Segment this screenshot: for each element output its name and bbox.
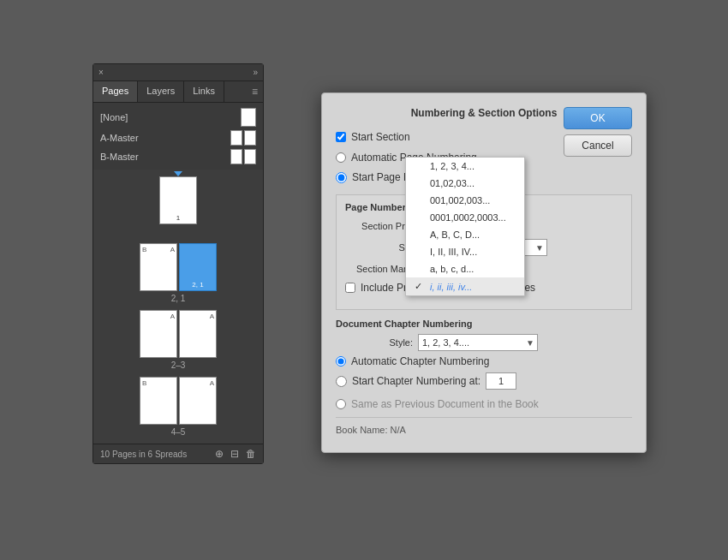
same-as-prev-radio[interactable] xyxy=(336,399,346,409)
same-as-prev-row: Same as Previous Document in the Book xyxy=(336,398,632,410)
master-a[interactable]: A-Master xyxy=(93,128,263,147)
auto-numbering-radio[interactable] xyxy=(336,152,346,163)
delete-page-icon[interactable]: 🗑 xyxy=(246,448,256,460)
include-prefix-checkbox[interactable] xyxy=(345,283,355,293)
divider xyxy=(336,417,632,418)
doc-chapter-section: Document Chapter Numbering Style: ▼ Auto… xyxy=(336,319,632,410)
chapter-style-row: Style: ▼ xyxy=(336,334,632,351)
chapter-style-container: ▼ xyxy=(418,334,538,351)
spread-4-5: B A 4–5 xyxy=(97,377,260,425)
spread-1: 1 xyxy=(97,176,260,224)
master-b[interactable]: B-Master xyxy=(93,147,263,166)
tab-layers[interactable]: Layers xyxy=(138,81,184,102)
page-1-thumb[interactable]: 1 xyxy=(159,176,197,224)
start-chapter-label: Start Chapter Numbering at: xyxy=(352,375,480,387)
start-numbering-radio[interactable] xyxy=(336,172,347,183)
new-page-icon[interactable]: ⊕ xyxy=(215,448,224,460)
page-2-1-label: 2, 1 xyxy=(192,281,203,289)
start-chapter-radio[interactable] xyxy=(336,376,347,387)
auto-chapter-label: Automatic Chapter Numbering xyxy=(351,355,489,367)
page-right-2-1[interactable]: 2, 1 xyxy=(179,243,217,291)
page-5[interactable]: A xyxy=(179,377,217,425)
panel-collapse-icon[interactable]: » xyxy=(253,68,258,77)
start-section-label: Start Section xyxy=(351,131,410,143)
page-1-label: 1 xyxy=(176,214,180,222)
tab-links[interactable]: Links xyxy=(184,81,224,102)
start-section-checkbox[interactable] xyxy=(336,132,346,142)
panel-menu-icon[interactable]: ≡ xyxy=(247,81,263,102)
same-as-prev-label: Same as Previous Document in the Book xyxy=(351,398,539,410)
dropdown-item-0102[interactable]: 01,02,03... xyxy=(406,175,524,192)
panel-close-icon[interactable]: × xyxy=(98,68,104,77)
spread-2-3: A A 2–3 xyxy=(97,310,260,358)
master-none[interactable]: [None] xyxy=(93,106,263,128)
footer-icons: ⊕ ⊟ 🗑 xyxy=(215,448,256,460)
numbering-dialog: Numbering & Section Options OK Cancel St… xyxy=(321,92,647,453)
ok-button[interactable]: OK xyxy=(564,107,632,129)
masters-list: [None] A-Master B-Master xyxy=(93,103,263,170)
spread-2-1: B A 2, 1 2, 1 xyxy=(97,243,260,291)
page-2[interactable]: A xyxy=(140,310,177,358)
master-a-thumb xyxy=(230,130,256,146)
dropdown-item-1234[interactable]: 1, 2, 3, 4... xyxy=(406,158,524,175)
doc-chapter-title: Document Chapter Numbering xyxy=(336,319,632,329)
page-4[interactable]: B xyxy=(140,377,177,425)
panel-titlebar: × » xyxy=(93,64,263,81)
dropdown-item-001002[interactable]: 001,002,003... xyxy=(406,192,524,209)
master-b-thumb xyxy=(230,149,256,164)
master-none-thumb xyxy=(241,108,256,127)
spread-2-1-label: 2, 1 xyxy=(171,294,186,303)
chapter-style-label: Style: xyxy=(336,337,413,348)
spread-4-5-label: 4–5 xyxy=(171,427,186,437)
panel-tabs: Pages Layers Links ≡ xyxy=(93,81,263,103)
footer-text: 10 Pages in 6 Spreads xyxy=(100,450,187,459)
start-chapter-row: Start Chapter Numbering at: xyxy=(336,372,632,390)
page-3[interactable]: A xyxy=(179,310,217,358)
dropdown-item-abcd[interactable]: A, B, C, D... xyxy=(406,226,524,243)
book-name-label: Book Name: N/A xyxy=(336,425,632,435)
dialog-buttons: OK Cancel xyxy=(564,107,632,157)
auto-chapter-radio[interactable] xyxy=(336,356,346,366)
spread-2-3-label: 2–3 xyxy=(171,360,186,370)
start-chapter-input[interactable] xyxy=(486,372,516,390)
dropdown-item-iiii[interactable]: ✓ i, ii, iii, iv... xyxy=(406,277,524,295)
dropdown-item-IIII[interactable]: I, II, III, IV... xyxy=(406,243,524,260)
chapter-style-select[interactable] xyxy=(418,334,538,351)
delete-spread-icon[interactable]: ⊟ xyxy=(230,448,239,460)
pages-panel: × » Pages Layers Links ≡ [None] A-Master… xyxy=(92,63,264,464)
dropdown-item-0001[interactable]: 0001,0002,0003... xyxy=(406,209,524,226)
page-left-2-1[interactable]: B A xyxy=(140,243,177,291)
cancel-button[interactable]: Cancel xyxy=(564,134,632,157)
tab-pages[interactable]: Pages xyxy=(93,81,138,102)
dropdown-item-abcd-lower[interactable]: a, b, c, d... xyxy=(406,260,524,277)
style-dropdown-menu: 1, 2, 3, 4... 01,02,03... 001,002,003...… xyxy=(405,157,525,296)
pages-scroll-area[interactable]: 1 B A 2, 1 2, 1 A xyxy=(93,170,263,444)
panel-footer: 10 Pages in 6 Spreads ⊕ ⊟ 🗑 xyxy=(93,444,263,463)
auto-chapter-row: Automatic Chapter Numbering xyxy=(336,355,632,367)
